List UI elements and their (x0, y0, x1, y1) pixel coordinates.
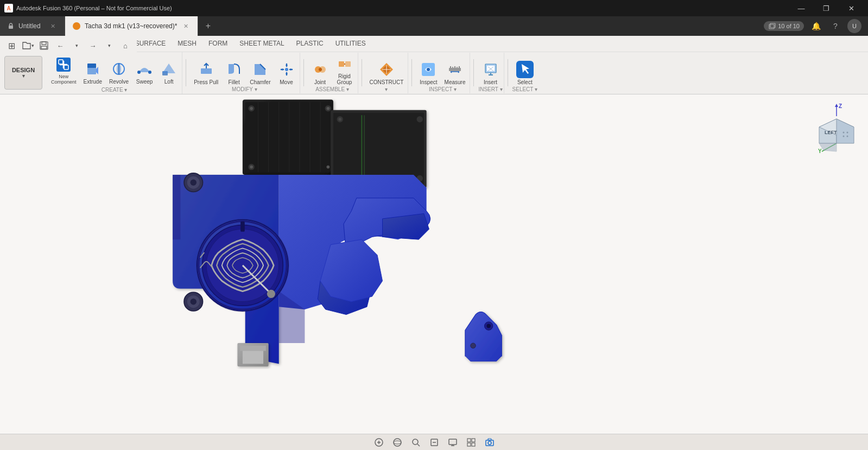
insert-group: Insert INSERT ▾ (477, 53, 504, 93)
create-group-label: CREATE ▾ (48, 87, 181, 94)
tab-untitled[interactable]: Untitled ✕ (0, 16, 65, 36)
sweep-button[interactable]: Sweep (132, 55, 156, 86)
statusbar (0, 434, 868, 450)
sweep-svg (137, 61, 152, 77)
file-icon (22, 42, 31, 49)
svg-rect-5 (41, 46, 47, 49)
tab-untitled-close[interactable]: ✕ (48, 22, 57, 30)
design-dropdown-arrow: ▾ (22, 73, 25, 79)
tab-plastic[interactable]: PLASTIC (291, 36, 329, 52)
rigid-group-button[interactable]: RigidGroup (333, 56, 357, 86)
status-icon-5[interactable] (446, 436, 459, 449)
design-dropdown-button[interactable]: DESIGN ▾ (4, 56, 42, 90)
inspect-group-label: INSPECT ▾ (416, 86, 468, 93)
select-button[interactable]: Select (513, 56, 537, 86)
redo-arrow-btn[interactable]: ▾ (102, 39, 116, 53)
svg-point-60 (338, 118, 341, 121)
tab-tacha[interactable]: Tacha 3d mk1 (v13~recovered)* ✕ (65, 16, 198, 36)
chamfer-button[interactable]: Chamfer (246, 56, 274, 86)
status-icon-6[interactable] (465, 436, 478, 449)
sep2 (303, 59, 304, 86)
svg-text:Z: Z (839, 103, 842, 109)
svg-point-15 (148, 71, 151, 74)
joint-button[interactable]: Joint (308, 56, 332, 86)
extrude-svg (85, 61, 100, 77)
user-avatar[interactable]: U (847, 19, 861, 33)
chamfer-icon (251, 61, 269, 78)
svg-marker-88 (835, 104, 838, 107)
extrude-button[interactable]: Extrude (80, 55, 105, 86)
tab-utilities[interactable]: UTILITIES (330, 36, 371, 52)
fit-icon (429, 438, 439, 447)
extrude-icon (84, 60, 102, 78)
svg-rect-110 (467, 439, 471, 442)
svg-line-105 (417, 444, 420, 446)
tab-sheet-metal[interactable]: SHEET METAL (234, 36, 289, 52)
loft-label: Loft (164, 79, 174, 85)
svg-rect-40 (20, 94, 848, 434)
viewport-canvas (0, 94, 868, 434)
inspect-button[interactable]: Inspect (416, 56, 440, 86)
fillet-button[interactable]: Fillet (222, 56, 246, 86)
inspect-svg (421, 62, 436, 77)
file-menu-button[interactable]: ▾ (21, 39, 35, 53)
maximize-button[interactable]: ❐ (814, 0, 839, 16)
new-component-label: NewComponent (51, 74, 77, 85)
revolve-button[interactable]: Revolve (106, 55, 132, 86)
add-tab-button[interactable]: + (198, 16, 218, 36)
svg-point-97 (843, 132, 845, 134)
status-icon-4[interactable] (428, 436, 441, 449)
revolve-icon (110, 60, 128, 78)
undo-button[interactable]: ← (53, 39, 67, 53)
press-pull-svg (199, 62, 214, 77)
status-icon-3[interactable] (409, 436, 422, 449)
construct-icon (378, 61, 395, 78)
new-component-button[interactable]: NewComponent (48, 55, 80, 86)
tab-mesh[interactable]: MESH (172, 36, 202, 52)
svg-point-44 (250, 107, 253, 110)
press-pull-button[interactable]: Press Pull (191, 56, 221, 86)
measure-button[interactable]: Measure (441, 56, 469, 86)
construct-label: CONSTRUCT (370, 79, 404, 85)
apps-button[interactable]: ⊞ (4, 39, 18, 53)
construct-button[interactable]: CONSTRUCT (366, 56, 407, 86)
navigation-cube[interactable]: Z Y LEFT (814, 103, 860, 154)
nav-cube-svg: Z Y LEFT (814, 103, 860, 154)
pages-icon (768, 22, 776, 30)
svg-point-74 (267, 290, 275, 298)
rigid-group-label: RigidGroup (337, 73, 352, 85)
status-icon-1[interactable] (372, 436, 385, 449)
svg-text:LEFT: LEFT (825, 130, 837, 135)
status-icon-2[interactable] (391, 436, 404, 449)
loft-button[interactable]: Loft (157, 55, 181, 86)
insert-icon (482, 61, 499, 78)
help-button[interactable]: ? (828, 18, 843, 34)
extrude-label: Extrude (84, 79, 102, 85)
svg-rect-9 (87, 67, 96, 74)
assemble-group-label: ASSEMBLE ▾ (308, 86, 357, 93)
move-button[interactable]: Move (275, 56, 299, 86)
measure-label: Measure (445, 79, 466, 85)
close-button[interactable]: ✕ (839, 0, 864, 16)
redo-button[interactable]: → (86, 39, 100, 53)
svg-rect-2 (770, 23, 775, 28)
inspect-label: Inspect (420, 79, 437, 85)
svg-rect-39 (487, 66, 495, 71)
insert-button[interactable]: Insert (479, 56, 503, 86)
notification-button[interactable]: 🔔 (808, 18, 823, 34)
sep4 (411, 59, 412, 86)
tab-tacha-close[interactable]: ✕ (181, 22, 190, 30)
minimize-button[interactable]: — (789, 0, 814, 16)
viewport[interactable]: Z Y LEFT (0, 94, 868, 434)
insert-label: Insert (484, 79, 497, 85)
design-label: DESIGN (12, 67, 35, 73)
svg-rect-0 (9, 26, 13, 29)
home-button[interactable]: ⌂ (118, 39, 132, 53)
undo-arrow-btn[interactable]: ▾ (69, 39, 84, 53)
pan-icon (374, 438, 384, 447)
status-icon-7[interactable] (483, 436, 496, 449)
sep6 (508, 59, 508, 86)
save-button[interactable] (37, 39, 51, 53)
tab-form[interactable]: FORM (203, 36, 233, 52)
titlebar: A Autodesk Fusion 360 (Personal – Not fo… (0, 0, 868, 16)
